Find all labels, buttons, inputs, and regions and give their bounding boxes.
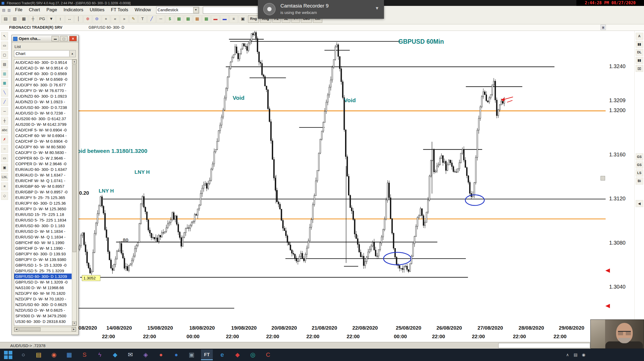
taskbar-app-s-icon[interactable]: S bbox=[79, 349, 90, 360]
chart-list-item[interactable]: AUD/NZD D- W- M 1.0923 - bbox=[14, 99, 72, 105]
taskbar-app-red-icon[interactable]: ● bbox=[155, 349, 167, 360]
chart-list-item[interactable]: NZD/USD 60- 300- D 0.6625 bbox=[14, 302, 72, 307]
drawing-tool-icon[interactable]: ▥ bbox=[1, 70, 8, 78]
chart-list-item[interactable]: EUR/JPY D- W- M 125.3650 bbox=[14, 206, 72, 212]
chart-list-item[interactable]: GBP/JPY 60- 300- D 139.93 bbox=[14, 251, 72, 257]
chart-list-item[interactable]: COPPER 60- D- W 2.9646 - bbox=[14, 155, 72, 161]
taskbar-obs-icon[interactable]: ▣ bbox=[186, 349, 197, 360]
dialog-title-bar[interactable]: Open cha... ▬ ▢ × bbox=[12, 35, 78, 42]
chart-list-item[interactable]: EUR/GBP 60- W- M 0.8957 bbox=[14, 183, 72, 189]
drawing-tool-icon[interactable]: ╲ bbox=[1, 89, 8, 97]
chart-list-item[interactable]: AUD/JPY D- W- M 76.6770 - bbox=[14, 88, 72, 93]
drawing-tool-icon[interactable]: ▭ bbox=[1, 154, 8, 162]
chevron-up-icon[interactable]: ▲ bbox=[69, 51, 75, 57]
drawing-tool-icon[interactable]: ◇ bbox=[1, 192, 8, 200]
chart-list-item[interactable]: AUD/CAD D- W- M 0.9514 -0 bbox=[14, 65, 72, 71]
right-tool-icon[interactable]: ▯▯ bbox=[636, 65, 643, 72]
chart-list-item[interactable]: AUD/CHF D- W- M 0.6569 -0 bbox=[14, 76, 72, 82]
toolbar-icon[interactable]: ▼ bbox=[47, 15, 56, 23]
taskbar-fibonacci-trader-icon[interactable]: FT bbox=[201, 349, 213, 360]
chart-list-item[interactable]: COPPER D- W- M 2.9646 -0 bbox=[14, 161, 72, 167]
toolbar-icon[interactable]: ▦ bbox=[193, 15, 202, 23]
restore-window-icon[interactable]: ▣ bbox=[601, 25, 606, 30]
drawing-tool-icon[interactable]: abc bbox=[1, 126, 8, 134]
chart-list-item[interactable]: AUD/CHF 60- 300- D 0.6569 bbox=[14, 71, 72, 76]
chart-list-item[interactable]: NZD/USD D- W- M 0.6625 - bbox=[14, 307, 72, 313]
drawing-tool-icon[interactable]: ▦ bbox=[1, 79, 8, 87]
list-scrollbar[interactable]: ▲ ▼ bbox=[72, 60, 76, 326]
chart-list-item[interactable]: NAS100 D- W- M 11968.66 bbox=[14, 285, 72, 290]
chart-list-item[interactable]: GBP/USD 60- 300- D 1.3209 bbox=[14, 274, 72, 279]
drawing-tool-icon[interactable]: ▭ bbox=[1, 42, 8, 50]
toolbar-icon[interactable]: T bbox=[138, 15, 147, 23]
document-icon[interactable]: ▥ bbox=[6, 8, 12, 12]
drawing-tool-icon[interactable]: ○ bbox=[1, 145, 8, 153]
chart-list-item[interactable]: GBP/CHF 60- W- M 1.1990 bbox=[14, 240, 72, 245]
menu-indicators[interactable]: Indicators bbox=[60, 6, 87, 14]
taskbar-search-icon[interactable]: ○ bbox=[17, 349, 29, 360]
maximize-button[interactable]: ▢ bbox=[60, 36, 68, 41]
toolbar-icon[interactable]: ▣ bbox=[239, 15, 247, 23]
taskbar-app-circle-icon[interactable]: ● bbox=[170, 349, 182, 360]
taskbar-shield-icon[interactable]: ◆ bbox=[232, 349, 243, 360]
toolbar-icon[interactable]: PG bbox=[38, 15, 46, 23]
h-scroll-thumb[interactable] bbox=[19, 327, 41, 331]
drawing-tool-icon[interactable]: ✗ bbox=[1, 135, 8, 143]
right-tool-icon[interactable]: ◀ bbox=[636, 200, 643, 207]
scroll-left-icon[interactable]: ◀ bbox=[14, 327, 19, 331]
price-chart[interactable]: GBPUSD 60MinVoidVoidVoid between 1.3180/… bbox=[9, 31, 606, 327]
taskbar-camtasia-icon[interactable]: C bbox=[262, 349, 274, 360]
minimize-button[interactable]: ▬ bbox=[52, 36, 59, 41]
chart-list-item[interactable]: AUD/USD 60- 300- D 0.7238 bbox=[14, 105, 72, 110]
chart-list-item[interactable]: EUR/USD W- M- Q 1.1834 - bbox=[14, 234, 72, 240]
toolbar-icon[interactable]: ▦ bbox=[202, 15, 211, 23]
drawing-tool-icon[interactable]: ↖ bbox=[1, 32, 8, 40]
toolbar-icon[interactable]: ▤ bbox=[1, 15, 10, 23]
chart-list-item[interactable]: GBP/USD D- W- M 1.3209 -0 bbox=[14, 279, 72, 285]
right-tool-icon[interactable]: ▮▮ bbox=[636, 57, 643, 64]
horizontal-scrollbar[interactable]: ◀ ▶ bbox=[14, 327, 76, 332]
chart-list-item[interactable]: EUR/USD D- W- M 1.1834 - bbox=[14, 229, 72, 234]
right-tool-icon[interactable]: Bi bbox=[636, 178, 643, 185]
toolbar-button-rng[interactable]: Rng bbox=[248, 15, 259, 23]
taskbar-vscode-icon[interactable]: ◆ bbox=[109, 349, 121, 360]
toolbar-icon[interactable]: ─ bbox=[156, 15, 165, 23]
toolbar-icon[interactable]: « bbox=[111, 15, 119, 23]
chart-list-item[interactable]: EUR/USD 15- 75- 225 1.18 bbox=[14, 212, 72, 217]
toolbar-icon[interactable]: │ bbox=[74, 15, 83, 23]
tray-icon[interactable]: ▤ bbox=[572, 352, 580, 357]
toolbar-icon[interactable]: ↕ bbox=[56, 15, 65, 23]
taskbar-edge-icon[interactable]: e bbox=[216, 349, 228, 360]
chart-type-combo[interactable]: Candlestick ▼ bbox=[156, 7, 199, 14]
chart-list-item[interactable]: CAD/CHF 60- W- M 0.6904 - bbox=[14, 133, 72, 138]
tray-icon[interactable]: ∧ bbox=[564, 352, 572, 357]
chart-list-item[interactable]: SPX500 D- W- M 3479.2500 bbox=[14, 313, 72, 319]
toolbar-icon[interactable]: ≡ bbox=[229, 15, 238, 23]
chart-list-item[interactable]: AUD/NZD 60- 300- D 1.0923 bbox=[14, 93, 72, 99]
toolbar-icon[interactable]: ⊕ bbox=[83, 15, 92, 23]
menu-utilities[interactable]: Utilities bbox=[86, 6, 108, 14]
chart-list-item[interactable]: CAD/CHF 5- W- M 0.6904 -0 bbox=[14, 127, 72, 133]
chart-list-item[interactable]: EUR/CHF W- M- Q 1.0741 - bbox=[14, 178, 72, 183]
toolbar-icon[interactable]: ┼ bbox=[29, 15, 37, 23]
taskbar-mail-icon[interactable]: ✉ bbox=[125, 349, 136, 360]
toolbar-icon[interactable]: $ bbox=[166, 15, 174, 23]
chart-list-item[interactable]: AUS200 60- 300- D 6142.37 bbox=[14, 116, 72, 121]
right-tool-icon[interactable]: GS bbox=[636, 153, 643, 160]
chart-list-item[interactable]: EUR/JPY 5- 25- 75 125.365 bbox=[14, 195, 72, 200]
toolbar-icon[interactable]: ▬ bbox=[220, 15, 229, 23]
chart-list-item[interactable]: EUR/USD 60- 300- D 1.183 bbox=[14, 223, 72, 229]
menu-chart[interactable]: Chart bbox=[25, 6, 43, 14]
chart-list-item[interactable]: NZD/JPY 60- W- M 70.1820 bbox=[14, 290, 72, 296]
drawing-tool-icon[interactable]: ▤ bbox=[1, 60, 8, 68]
drawing-tool-icon[interactable]: ─ bbox=[1, 107, 8, 115]
menu-page[interactable]: Page bbox=[43, 6, 60, 14]
chart-list-item[interactable]: AUD/USD D- W- M 0.7238 - bbox=[14, 110, 72, 116]
toolbar-icon[interactable]: ▦ bbox=[184, 15, 192, 23]
toolbar-icon[interactable]: ▬ bbox=[211, 15, 220, 23]
toolbar-icon[interactable]: ↔ bbox=[65, 15, 74, 23]
scroll-right-icon[interactable]: ▶ bbox=[72, 327, 76, 331]
right-tool-icon[interactable]: A bbox=[636, 33, 643, 40]
tab-gbpusd-60-300-d[interactable]: GBP/USD 60- 300- D bbox=[89, 24, 124, 31]
drawing-tool-icon[interactable]: ≡ bbox=[1, 182, 8, 190]
